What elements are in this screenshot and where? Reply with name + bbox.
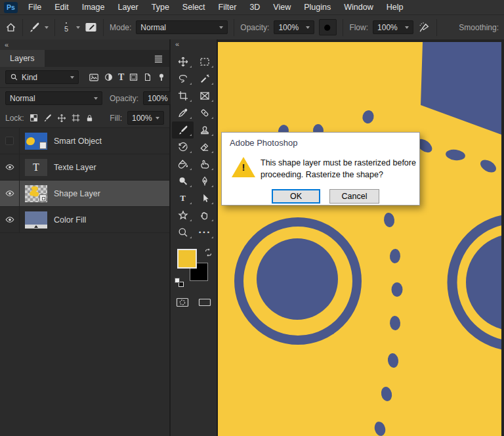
tab-layers[interactable]: Layers [0,50,45,67]
layer-row-texte-layer[interactable]: T Texte Layer [0,154,169,181]
lock-transparency-button[interactable] [30,114,38,122]
tool-crop[interactable] [172,87,194,104]
chevron-down-icon[interactable] [76,26,80,29]
brush-size-preview[interactable]: 5 [61,22,72,32]
menu-3d[interactable]: 3D [243,0,266,14]
tool-pen[interactable] [194,173,215,190]
mini-foreground-swatch [175,278,180,283]
visibility-toggle[interactable] [0,181,20,206]
blend-mode-select[interactable]: Normal [136,20,228,34]
menu-image[interactable]: Image [75,0,112,14]
smart-object-badge-icon [39,142,47,149]
tool-object-selection[interactable] [194,70,215,87]
tool-dodge[interactable] [172,173,194,190]
canvas-artwork[interactable] [218,42,501,436]
opacity-label: Opacity: [240,23,269,32]
tool-more[interactable]: ••• [194,224,215,241]
quick-mask-button[interactable] [176,297,189,310]
filter-shape-layers-button[interactable] [129,72,138,82]
visibility-toggle[interactable] [0,128,20,154]
tool-healing-brush[interactable] [194,104,215,121]
toggle-brush-settings-button[interactable] [85,22,97,33]
divider [54,19,55,36]
layer-row-smart-object[interactable]: Smart Object [0,128,169,154]
pressure-opacity-button[interactable] [319,19,337,35]
menu-edit[interactable]: Edit [48,0,75,14]
lock-pixels-button[interactable] [43,114,52,122]
smart-object-thumbnail[interactable] [25,133,47,150]
visibility-toggle[interactable] [0,207,20,232]
airbrush-button[interactable] [418,22,430,33]
lock-all-button[interactable] [85,114,94,123]
tool-paint-bucket[interactable] [172,156,194,173]
foreground-color-swatch[interactable] [177,249,197,269]
lock-artboard-button[interactable] [72,114,80,122]
tool-marquee[interactable] [194,53,215,70]
chevron-down-icon [306,26,310,29]
fill-select[interactable]: 100% [127,111,164,125]
filter-adjustment-layers-button[interactable] [104,72,114,82]
menu-plugins[interactable]: Plugins [297,0,337,14]
layer-name: Smart Object [54,137,102,146]
menu-view[interactable]: View [266,0,297,14]
tool-smudge[interactable] [194,156,215,173]
filter-pixel-layers-button[interactable] [89,72,99,83]
layer-filter-row: Kind T [0,67,169,88]
tool-clone-stamp[interactable] [194,121,215,139]
brush-tip-dot [66,22,67,24]
menu-filter[interactable]: Filter [212,0,243,14]
brush-preset-picker[interactable] [29,22,40,33]
magnifier-icon [178,227,188,238]
lock-position-button[interactable] [57,114,66,123]
color-fill-thumbnail[interactable] [25,211,47,229]
layer-blend-mode-select[interactable]: Normal [5,91,102,105]
text-layer-thumbnail[interactable]: T [25,159,47,176]
menu-select[interactable]: Select [176,0,212,14]
tool-move[interactable] [172,53,194,70]
home-button[interactable] [5,22,16,33]
filter-type-layers-button[interactable]: T [118,72,124,83]
menu-window[interactable]: Window [337,0,379,14]
toolbox-collapse-button[interactable]: « [171,39,217,50]
tool-hand[interactable] [194,207,215,224]
tool-frame[interactable] [194,87,215,104]
tool-shape[interactable] [172,207,194,224]
opacity-select[interactable]: 100% [274,20,314,34]
tool-path-selection[interactable] [194,190,215,207]
tool-type[interactable]: T [172,190,194,207]
dialog-message-line2: proceeding. Rasterize the shape? [261,169,416,181]
more-tools-icon: ••• [198,229,211,236]
crop-icon [178,91,188,101]
canvas-area: Adobe Photoshop ! This shape layer must … [218,39,504,436]
layer-row-shape-layer[interactable]: Shape Layer [0,181,169,207]
menu-layer[interactable]: Layer [111,0,144,14]
panel-menu-button[interactable] [154,54,169,63]
swap-arrows-icon [204,248,213,257]
panel-collapse-button[interactable]: « [0,39,169,50]
screen-mode-button[interactable] [198,297,211,310]
chevron-down-icon[interactable] [45,26,49,29]
menu-help[interactable]: Help [380,0,410,14]
menu-bar: Ps File Edit Image Layer Type Select Fil… [0,0,504,14]
tool-eraser[interactable] [194,139,215,156]
tool-history-brush[interactable] [172,139,194,156]
tool-brush[interactable] [172,121,194,139]
tool-zoom[interactable] [172,224,194,241]
swap-colors-button[interactable] [204,248,213,259]
default-colors-button[interactable] [175,278,184,287]
shape-layer-thumbnail[interactable] [25,185,47,202]
filter-smart-objects-button[interactable] [143,72,152,82]
flow-label: Flow: [349,23,368,32]
menu-file[interactable]: File [22,0,48,14]
layer-row-color-fill[interactable]: Color Fill [0,207,169,233]
menu-type[interactable]: Type [145,0,176,14]
visibility-toggle[interactable] [0,154,20,180]
tool-eyedropper[interactable] [172,104,194,121]
filter-kind-select[interactable]: Kind [5,70,79,84]
fill-label: Fill: [110,114,122,123]
tool-lasso[interactable] [172,70,194,87]
cancel-button[interactable]: Cancel [329,189,379,204]
filter-toggle-button[interactable] [157,72,166,83]
flow-select[interactable]: 100% [373,20,413,34]
ok-button[interactable]: OK [272,189,320,204]
